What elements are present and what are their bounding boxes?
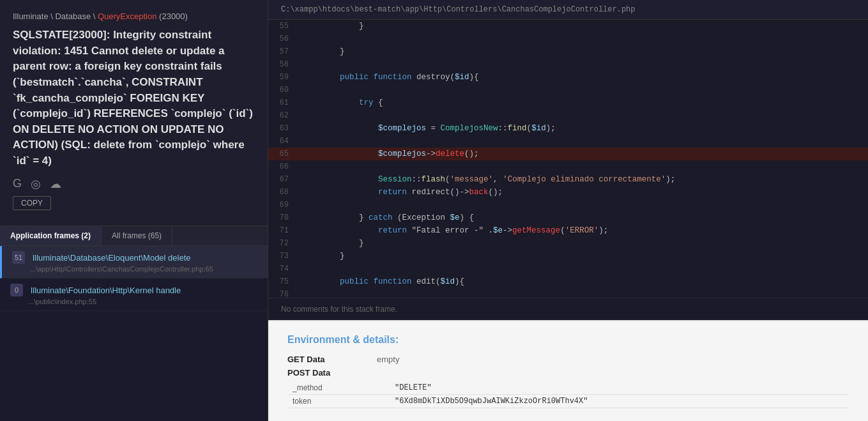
code-line: 65 $complejos->delete(); [268,148,868,160]
env-table-key: token [287,395,390,408]
code-line: 68 return redirect()->back(); [268,186,868,199]
code-line: 67 Session::flash('message', 'Complejo e… [268,173,868,186]
line-content: Session::flash('message', 'Complejo elim… [295,173,868,186]
line-number: 69 [268,199,295,211]
line-number: 55 [268,20,295,33]
code-line: 72 } [268,237,868,250]
frame-number: 0 [10,284,23,296]
line-content [295,135,868,148]
code-line: 64 [268,135,868,148]
error-icons: G ◎ ☁ [13,177,255,191]
code-line: 61 try { [268,96,868,109]
line-content: } [295,45,868,58]
code-line: 75 public function edit($id){ [268,275,868,288]
code-line: 69 [268,199,868,211]
line-number: 73 [268,250,295,263]
left-panel: Illuminate \ Database \ QueryException (… [0,0,268,421]
line-content [295,33,868,45]
code-line: 63 $complejos = ComplejosNew::find($id); [268,122,868,135]
line-number: 72 [268,237,295,250]
post-data-table: _method"DELETE"token"6Xd8mDkTiXDb5O9qwbJ… [287,381,849,408]
line-number: 76 [268,288,295,298]
line-number: 66 [268,160,295,173]
line-number: 75 [268,275,295,288]
frame-class: Illuminate\Database\Eloquent\Model delet… [33,252,191,262]
line-number: 60 [268,84,295,96]
breadcrumb-text: Illuminate \ Database \ [13,11,98,21]
line-content [295,288,868,298]
code-area[interactable]: 55 }5657 }5859 public function destroy($… [268,20,868,298]
line-content [295,160,868,173]
line-number: 64 [268,135,295,148]
tab-all-frames[interactable]: All frames (65) [102,226,172,245]
line-content: $complejos = ComplejosNew::find($id); [295,122,868,135]
tab-application-frames[interactable]: Application frames (2) [0,226,102,245]
env-table-val: "DELETE" [390,381,849,395]
line-content: public function destroy($id){ [295,71,868,84]
line-number: 63 [268,122,295,135]
no-comments: No comments for this stack frame. [268,298,868,320]
code-line: 55 } [268,20,868,33]
get-data-key: GET Data [287,355,377,364]
error-message: SQLSTATE[23000]: Integrity constraint vi… [13,27,255,169]
code-line: 57 } [268,45,868,58]
line-number: 58 [268,58,295,71]
frame-item[interactable]: 0 Illuminate\Foundation\Http\Kernel hand… [0,279,268,311]
line-number: 71 [268,224,295,237]
line-number: 57 [268,45,295,58]
code-file-path: C:\xampp\htdocs\best-match\app\Http\Cont… [268,0,868,20]
line-number: 59 [268,71,295,84]
line-content: } [295,250,868,263]
code-line: 56 [268,33,868,45]
code-line: 76 [268,288,868,298]
code-line: 59 public function destroy($id){ [268,71,868,84]
exception-code: (23000) [159,11,188,21]
line-content [295,84,868,96]
line-content: } catch (Exception $e) { [295,211,868,224]
code-line: 70 } catch (Exception $e) { [268,211,868,224]
table-row: token"6Xd8mDkTiXDb5O9qwbJwAIWKiZkzoOrRi0… [287,395,849,408]
env-table-val: "6Xd8mDkTiXDb5O9qwbJwAIWKiZkzoOrRi0WThv4… [390,395,849,408]
code-line: 71 return "Fatal error -" .$e->getMessag… [268,224,868,237]
right-panel: C:\xampp\htdocs\best-match\app\Http\Cont… [268,0,868,421]
frames-list: 51 Illuminate\Database\Eloquent\Model de… [0,246,268,421]
frame-path: ...\app\Http\Controllers\CanchasComplejo… [12,265,257,273]
env-section: Environment & details: GET Data empty PO… [268,320,868,421]
exception-name: QueryException [98,11,157,21]
table-row: _method"DELETE" [287,381,849,395]
line-content: } [295,20,868,33]
frame-path: ...\public\index.php:55 [10,298,257,305]
search-icon[interactable]: ◎ [31,177,41,191]
copy-button[interactable]: COPY [13,196,51,210]
frame-item[interactable]: 51 Illuminate\Database\Eloquent\Model de… [0,246,268,279]
line-number: 74 [268,263,295,275]
frames-tabs: Application frames (2) All frames (65) [0,226,268,246]
frame-number: 51 [12,251,25,264]
code-line: 73 } [268,250,868,263]
line-content [295,199,868,211]
get-data-row: GET Data empty [287,355,849,364]
code-line: 62 [268,109,868,122]
code-line: 60 [268,84,868,96]
line-number: 68 [268,186,295,199]
frame-class: Illuminate\Foundation\Http\Kernel handle [31,285,181,295]
get-data-val: empty [377,355,399,364]
code-line: 74 [268,263,868,275]
line-number: 56 [268,33,295,45]
line-content: } [295,237,868,250]
line-number: 70 [268,211,295,224]
code-line: 66 [268,160,868,173]
line-content [295,58,868,71]
line-content: public function edit($id){ [295,275,868,288]
code-line: 58 [268,58,868,71]
line-content [295,263,868,275]
post-data-row: POST Data [287,368,849,378]
env-table-key: _method [287,381,390,395]
post-data-key: POST Data [287,368,377,378]
share-icon[interactable]: ☁ [50,177,61,191]
line-content: return redirect()->back(); [295,186,868,199]
google-icon[interactable]: G [13,177,22,190]
line-number: 61 [268,96,295,109]
line-number: 67 [268,173,295,186]
line-content: return "Fatal error -" .$e->getMessage('… [295,224,868,237]
